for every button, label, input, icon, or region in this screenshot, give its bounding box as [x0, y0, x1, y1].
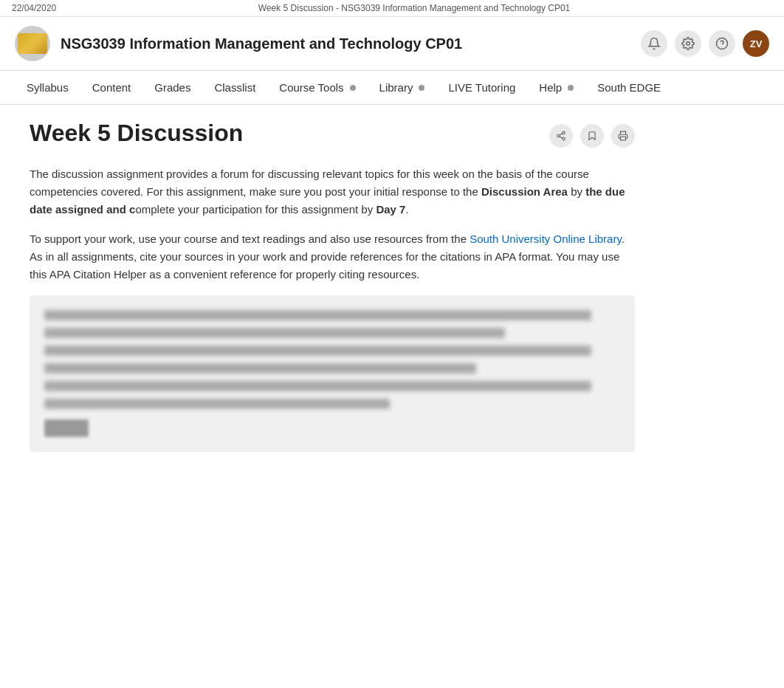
date-display: 22/04/2020 — [12, 3, 56, 13]
header-right: ZV — [641, 30, 769, 57]
blurred-line-5 — [44, 381, 591, 391]
library-link[interactable]: South University Online Library — [470, 233, 622, 245]
nav-item-syllabus[interactable]: Syllabus — [15, 71, 80, 104]
nav-item-grades[interactable]: Grades — [142, 71, 202, 104]
description-paragraph-2: To support your work, use your course an… — [30, 230, 635, 283]
question-icon[interactable] — [709, 30, 735, 57]
header-left: NSG3039 Information Management and Techn… — [15, 26, 462, 61]
page-header: Week 5 Discussion — [30, 120, 635, 148]
blurred-content-block — [30, 295, 635, 452]
blurred-button — [44, 419, 89, 437]
share-icon[interactable] — [549, 124, 573, 148]
svg-point-5 — [563, 137, 565, 140]
settings-icon[interactable] — [675, 30, 701, 57]
blurred-line-6 — [44, 399, 390, 409]
navigation-bar: Syllabus Content Grades Classlist Course… — [0, 71, 784, 105]
svg-point-0 — [687, 42, 690, 46]
nav-item-live-tutoring[interactable]: LIVE Tutoring — [436, 71, 527, 104]
page-title: Week 5 Discussion — [30, 120, 243, 147]
svg-point-4 — [557, 134, 560, 137]
page-breadcrumb: Week 5 Discussion - NSG3039 Information … — [258, 3, 570, 13]
institution-logo — [15, 26, 50, 61]
nav-item-course-tools[interactable]: Course Tools — [267, 71, 367, 104]
blurred-line-1 — [44, 310, 591, 320]
course-title: NSG3039 Information Management and Techn… — [61, 35, 462, 52]
svg-point-3 — [563, 131, 565, 134]
content-area: Week 5 Discussion — [0, 105, 664, 467]
user-avatar[interactable]: ZV — [743, 30, 769, 57]
nav-item-help[interactable]: Help — [527, 71, 585, 104]
svg-line-7 — [560, 134, 563, 135]
day7-bold: Day 7 — [376, 203, 405, 216]
print-icon[interactable] — [611, 124, 635, 148]
nav-item-content[interactable]: Content — [80, 71, 143, 104]
page-actions — [549, 120, 635, 148]
nav-item-classlist[interactable]: Classlist — [202, 71, 267, 104]
header: NSG3039 Information Management and Techn… — [0, 17, 784, 71]
nav-item-library[interactable]: Library — [368, 71, 437, 104]
course-tools-dropdown-indicator — [350, 85, 356, 91]
top-bar: 22/04/2020 Week 5 Discussion - NSG3039 I… — [0, 0, 784, 17]
description-paragraph-1: The discussion assignment provides a for… — [30, 165, 635, 219]
svg-line-6 — [560, 137, 563, 138]
help-dropdown-indicator — [568, 85, 574, 91]
blurred-line-4 — [44, 363, 476, 374]
library-dropdown-indicator — [419, 85, 424, 91]
discussion-area-bold: Discussion Area — [481, 185, 568, 198]
blurred-line-2 — [44, 328, 505, 338]
blurred-line-3 — [44, 345, 591, 356]
notification-icon[interactable] — [641, 30, 667, 57]
svg-rect-8 — [621, 137, 626, 140]
bookmark-icon[interactable] — [580, 124, 604, 148]
logo-shape — [18, 33, 47, 54]
nav-item-south-edge[interactable]: South EDGE — [585, 71, 673, 104]
